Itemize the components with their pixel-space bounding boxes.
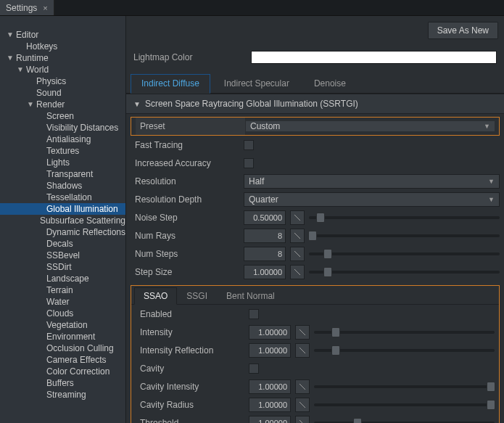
cavity_radius-value[interactable]: 1.00000: [249, 398, 291, 412]
tree-item-world[interactable]: ▼World: [0, 64, 125, 75]
slider-thumb[interactable]: [323, 267, 332, 277]
increased-accuracy-checkbox[interactable]: [244, 158, 254, 168]
fast-tracing-row: Fast Tracing: [126, 136, 504, 154]
num_rays-label: Num Rays: [131, 231, 244, 241]
resolution-select[interactable]: Half ▼: [244, 174, 500, 189]
tab-indirect-specular[interactable]: Indirect Specular: [213, 74, 300, 94]
tree-label: Transparent: [45, 168, 93, 180]
inner-tab-ssgi[interactable]: SSGI: [177, 287, 217, 305]
num_steps-slider[interactable]: [309, 247, 500, 261]
tree-item-streaming[interactable]: Streaming: [0, 389, 125, 401]
save-as-new-button[interactable]: Save As New: [428, 22, 498, 39]
inner-tab-bent-normal[interactable]: Bent Normal: [217, 287, 284, 305]
noise_step-slider[interactable]: [309, 210, 500, 225]
threshold-value[interactable]: 1.00000: [249, 416, 291, 424]
lightmap-color-swatch[interactable]: [251, 51, 497, 64]
tree-item-physics[interactable]: Physics: [0, 75, 125, 87]
enabled-checkbox[interactable]: [249, 309, 259, 319]
tree-item-sound[interactable]: Sound: [0, 87, 125, 99]
tree-item-ssdirt[interactable]: SSDirt: [0, 261, 125, 273]
tree-item-camera-effects[interactable]: Camera Effects: [0, 354, 125, 366]
chevron-down-icon: ▼: [484, 123, 490, 130]
tree-label: Antialiasing: [45, 134, 91, 145]
tree-label: Lights: [45, 157, 70, 168]
tree-item-textures[interactable]: Textures: [0, 145, 125, 157]
preset-row: Preset Custom ▼: [131, 117, 500, 136]
slider-thumb[interactable]: [331, 345, 340, 356]
tree-item-hotkeys[interactable]: Hotkeys: [0, 41, 125, 52]
resolution-depth-select[interactable]: Quarter ▼: [244, 192, 500, 207]
inner-tab-ssao[interactable]: SSAO: [134, 287, 177, 305]
noise_step-value[interactable]: 0.50000: [244, 210, 286, 225]
slider-thumb[interactable]: [487, 382, 495, 392]
num_steps-reset-button[interactable]: [290, 247, 305, 261]
tree-item-lights[interactable]: Lights: [0, 157, 125, 168]
intensity-value[interactable]: 1.00000: [249, 325, 291, 340]
threshold-slider[interactable]: [314, 416, 495, 424]
cavity_radius-slider[interactable]: [314, 398, 495, 412]
threshold-reset-button[interactable]: [295, 416, 310, 424]
tree-item-decals[interactable]: Decals: [0, 238, 125, 250]
tree-item-ssbevel[interactable]: SSBevel: [0, 250, 125, 261]
tree-item-vegetation[interactable]: Vegetation: [0, 319, 125, 331]
threshold-row: Threshold1.00000: [131, 414, 499, 423]
window-tab-settings[interactable]: Settings ×: [0, 0, 54, 15]
slider-thumb[interactable]: [316, 213, 325, 223]
tree-item-tessellation[interactable]: Tessellation: [0, 192, 125, 203]
cavity_intensity-slider[interactable]: [314, 379, 495, 394]
tree-item-shadows[interactable]: Shadows: [0, 180, 125, 192]
tree-item-clouds[interactable]: Clouds: [0, 308, 125, 319]
increased-accuracy-label: Increased Accuracy: [131, 158, 244, 168]
tree-item-screen[interactable]: Screen: [0, 110, 125, 122]
slider-thumb[interactable]: [353, 418, 362, 424]
num_steps-value[interactable]: 8: [244, 247, 286, 261]
num_rays-slider[interactable]: [309, 229, 500, 243]
close-icon[interactable]: ×: [43, 4, 47, 12]
cavity_intensity-value[interactable]: 1.00000: [249, 379, 291, 394]
intensity-slider[interactable]: [314, 325, 495, 340]
tree-item-antialiasing[interactable]: Antialiasing: [0, 134, 125, 145]
tree-item-visibility-distances[interactable]: Visibility Distances: [0, 122, 125, 134]
preset-label: Preset: [136, 118, 246, 135]
fast-tracing-checkbox[interactable]: [244, 140, 254, 150]
num_rays-reset-button[interactable]: [290, 229, 305, 243]
step_size-reset-button[interactable]: [290, 265, 305, 279]
tab-indirect-diffuse[interactable]: Indirect Diffuse: [131, 74, 210, 94]
tree-item-dynamic-reflections[interactable]: Dynamic Reflections: [0, 226, 125, 238]
tree-item-transparent[interactable]: Transparent: [0, 168, 125, 180]
tree-item-color-correction[interactable]: Color Correction: [0, 366, 125, 377]
tree-item-editor[interactable]: ▼Editor: [0, 29, 125, 41]
cavity-checkbox[interactable]: [249, 364, 259, 374]
intensity-reset-button[interactable]: [295, 325, 310, 340]
tree-item-buffers[interactable]: Buffers: [0, 377, 125, 389]
num_rays-value[interactable]: 8: [244, 229, 286, 243]
increased-accuracy-row: Increased Accuracy: [126, 154, 504, 172]
tree-item-runtime[interactable]: ▼Runtime: [0, 52, 125, 64]
slider-thumb[interactable]: [487, 400, 495, 410]
resolution-depth-row: Resolution Depth Quarter ▼: [126, 190, 504, 208]
ssrtgi-header[interactable]: ▼ Screen Space Raytracing Global Illumin…: [126, 94, 504, 114]
cavity_radius-reset-button[interactable]: [295, 398, 310, 412]
tree-item-global-illumination[interactable]: Global Illumination: [0, 203, 125, 215]
slider-thumb[interactable]: [308, 231, 317, 241]
tree-item-subsurface-scattering[interactable]: Subsurface Scattering: [0, 215, 125, 226]
slider-thumb[interactable]: [323, 249, 332, 259]
tree-item-terrain[interactable]: Terrain: [0, 284, 125, 296]
tree-item-landscape[interactable]: Landscape: [0, 273, 125, 284]
tree-item-occlusion-culling[interactable]: Occlusion Culling: [0, 342, 125, 354]
slider-thumb[interactable]: [331, 327, 340, 337]
preset-select[interactable]: Custom ▼: [246, 121, 495, 131]
tree-item-render[interactable]: ▼Render: [0, 99, 125, 110]
tree-item-water[interactable]: Water: [0, 296, 125, 308]
step_size-value[interactable]: 1.00000: [244, 265, 286, 279]
intensity_reflection-slider[interactable]: [314, 343, 495, 358]
intensity_reflection-value[interactable]: 1.00000: [249, 343, 291, 358]
step_size-slider[interactable]: [309, 265, 500, 279]
tree-item-environment[interactable]: Environment: [0, 331, 125, 342]
intensity_reflection-reset-button[interactable]: [295, 343, 310, 358]
cavity_intensity-reset-button[interactable]: [295, 379, 310, 394]
tab-denoise[interactable]: Denoise: [303, 74, 357, 94]
noise_step-reset-button[interactable]: [290, 210, 305, 225]
cavity_intensity-label: Cavity Intensity: [136, 382, 249, 392]
tree-label: Buffers: [45, 377, 74, 389]
